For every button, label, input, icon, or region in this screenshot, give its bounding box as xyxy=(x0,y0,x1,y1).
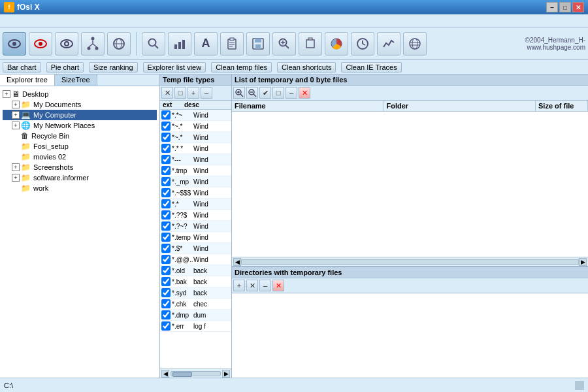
bar-graph-button[interactable] xyxy=(377,32,400,56)
file-type-row[interactable]: *.* *Wind xyxy=(160,143,231,154)
file-type-checkbox[interactable] xyxy=(161,277,171,286)
file-type-checkbox[interactable] xyxy=(161,321,171,331)
file-type-row[interactable]: *.tmpWind xyxy=(160,165,231,176)
file-type-row[interactable]: *---Wind xyxy=(160,154,231,165)
file-type-row[interactable]: *~.*Wind xyxy=(160,121,231,132)
file-type-row[interactable]: *.chkchec xyxy=(160,299,231,310)
hscroll-right[interactable]: ▶ xyxy=(222,370,230,378)
file-type-checkbox[interactable] xyxy=(161,255,171,264)
file-type-row[interactable]: *.??$Wind xyxy=(160,210,231,221)
dir-delete[interactable]: ✕ xyxy=(272,280,284,291)
tree-item[interactable]: +📁Screenshots xyxy=(3,162,157,172)
mp-max-btn[interactable]: □ xyxy=(174,87,186,99)
mp-close-btn[interactable]: ✕ xyxy=(161,87,173,99)
clipboard-button[interactable] xyxy=(220,32,244,56)
file-type-checkbox[interactable] xyxy=(161,288,171,297)
file-type-row[interactable]: *.$*Wind xyxy=(160,243,231,254)
hscroll-left[interactable]: ◀ xyxy=(161,370,169,378)
tree-expand-icon[interactable]: + xyxy=(12,122,20,129)
file-type-checkbox[interactable] xyxy=(161,155,171,164)
rt-zoom-out[interactable] xyxy=(246,87,258,99)
file-type-row[interactable]: *.* Wind xyxy=(160,199,231,210)
file-type-row[interactable]: *.?~?Wind xyxy=(160,221,231,232)
tree-item[interactable]: +📁My Documents xyxy=(3,99,157,110)
tree-expand-icon[interactable]: + xyxy=(12,101,20,108)
file-type-checkbox[interactable] xyxy=(161,199,171,208)
file-type-checkbox[interactable] xyxy=(161,221,171,231)
rt-close[interactable]: ✕ xyxy=(299,87,310,99)
tree-item[interactable]: +💻My Computer xyxy=(3,110,157,120)
rt-maximize[interactable]: □ xyxy=(272,87,284,99)
tree-area[interactable]: +🖥Desktop+📁My Documents+💻My Computer+🌐My… xyxy=(0,86,159,378)
file-type-row[interactable]: *.*~Wind xyxy=(160,110,231,121)
tree-item[interactable]: 📁Fosi_setup xyxy=(3,141,157,152)
file-type-row[interactable]: *.dmpdum xyxy=(160,310,231,321)
tab-explorer-tree[interactable]: Explorer tree xyxy=(0,74,55,86)
dir-minus[interactable]: – xyxy=(259,280,271,291)
dir-add[interactable]: + xyxy=(233,280,245,291)
tree-item[interactable]: +🌐My Network Places xyxy=(3,120,157,131)
file-type-row[interactable]: *.~$$$Wind xyxy=(160,188,231,199)
file-type-checkbox[interactable] xyxy=(161,133,171,142)
rt-zoom-in[interactable] xyxy=(233,87,245,99)
file-type-row[interactable]: *.tempWind xyxy=(160,232,231,243)
clean-ie-traces-button[interactable]: Clean IE Traces xyxy=(341,62,401,73)
file-type-row[interactable]: *.sydback xyxy=(160,287,231,299)
file-type-checkbox[interactable] xyxy=(161,210,171,220)
tree-item[interactable]: 🗑Recycle Bin xyxy=(3,131,157,141)
clean-temp-files-button[interactable]: Clean temp files xyxy=(211,62,272,73)
pie-chart-button[interactable] xyxy=(325,32,348,56)
file-type-checkbox[interactable] xyxy=(161,188,171,197)
tree-expand-icon[interactable]: + xyxy=(3,90,10,98)
explorer-list-button[interactable]: Explorer list view xyxy=(143,62,206,73)
tree-item[interactable]: 📁movies 02 xyxy=(3,152,157,162)
dir-remove-x[interactable]: ✕ xyxy=(246,280,258,291)
tab-size-tree[interactable]: SizeTree xyxy=(55,74,97,86)
right-hscrollbar[interactable]: ◀ ▶ xyxy=(232,257,588,266)
file-type-row[interactable]: *.errlog f xyxy=(160,321,231,332)
middle-hscrollbar[interactable]: ◀ ▶ xyxy=(160,368,231,378)
rh-left[interactable]: ◀ xyxy=(233,258,241,266)
maximize-button[interactable]: □ xyxy=(559,2,571,12)
tree-item[interactable]: +📁software.informer xyxy=(3,172,157,183)
file-type-checkbox[interactable] xyxy=(161,233,171,242)
eye-button-3[interactable] xyxy=(55,32,78,56)
file-type-checkbox[interactable] xyxy=(161,122,171,131)
tree-expand-icon[interactable]: + xyxy=(12,163,20,171)
tree-item[interactable]: 📁work xyxy=(3,183,157,193)
size-ranking-button[interactable]: Size ranking xyxy=(89,62,138,73)
file-type-checkbox[interactable] xyxy=(161,144,171,153)
rh-right[interactable]: ▶ xyxy=(579,258,587,266)
mp-min-btn[interactable]: – xyxy=(201,87,212,99)
tree-icon-button[interactable] xyxy=(81,32,105,56)
web-button[interactable] xyxy=(403,32,427,56)
file-type-row[interactable]: *.bakback xyxy=(160,276,231,287)
resize-handle[interactable] xyxy=(575,381,584,390)
clock-button[interactable] xyxy=(351,32,374,56)
search-button[interactable] xyxy=(142,32,165,56)
mp-add-btn[interactable]: + xyxy=(188,87,199,99)
file-type-checkbox[interactable] xyxy=(161,166,171,175)
rt-check[interactable]: ✔ xyxy=(259,87,271,99)
file-type-checkbox[interactable] xyxy=(161,177,171,186)
file-type-row[interactable]: *~.*Wind xyxy=(160,132,231,143)
file-type-checkbox[interactable] xyxy=(161,110,171,120)
box-button[interactable] xyxy=(299,32,322,56)
bar-chart-button[interactable] xyxy=(168,32,191,56)
file-type-row[interactable]: *.@@...Wind xyxy=(160,254,231,265)
tree-expand-icon[interactable]: + xyxy=(12,174,20,182)
minimize-button[interactable]: – xyxy=(546,2,558,12)
tree-item[interactable]: +🖥Desktop xyxy=(3,89,157,99)
zoom-button[interactable] xyxy=(272,32,296,56)
file-type-row[interactable]: *._mpWind xyxy=(160,176,231,188)
file-type-checkbox[interactable] xyxy=(161,299,171,308)
font-button[interactable]: A xyxy=(194,32,218,56)
eye-button-1[interactable] xyxy=(3,32,26,56)
hscroll-track[interactable] xyxy=(171,371,221,376)
save-button[interactable] xyxy=(246,32,270,56)
close-button[interactable]: ✕ xyxy=(572,2,584,12)
eye-button-2[interactable] xyxy=(29,32,52,56)
bar-chart-sub-button[interactable]: Bar chart xyxy=(3,62,41,73)
file-type-checkbox[interactable] xyxy=(161,310,171,319)
file-type-checkbox[interactable] xyxy=(161,266,171,275)
